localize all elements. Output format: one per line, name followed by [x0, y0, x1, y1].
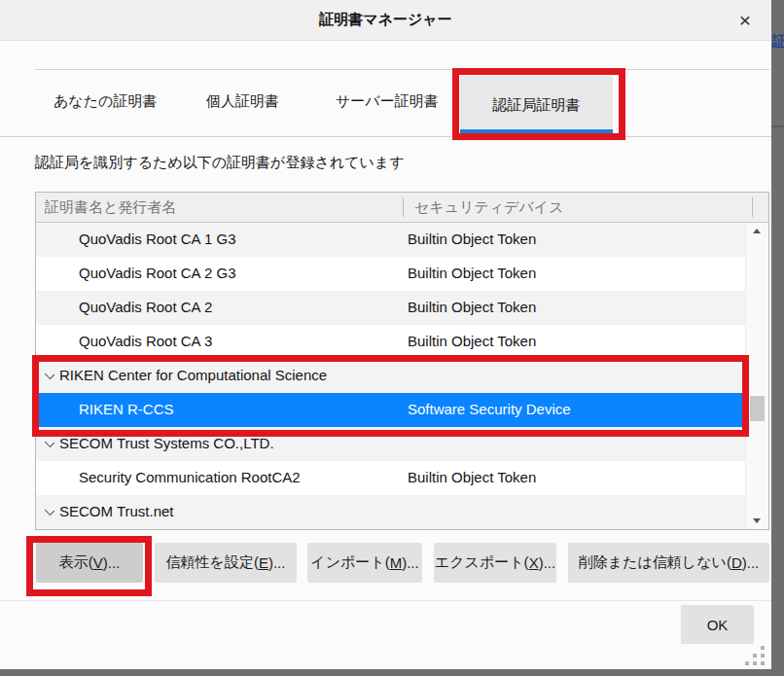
label-part: 削除または信頼しない( [579, 553, 731, 572]
certificate-name: RIKEN R-CCS [79, 401, 174, 417]
footer-divider [0, 600, 771, 601]
access-key: E [259, 554, 268, 571]
label-part: 表示( [59, 553, 93, 572]
tab-server-certificates[interactable]: サーバー証明書 [336, 92, 439, 111]
scroll-up-icon[interactable] [753, 229, 761, 233]
issuer-group-name: RIKEN Center for Computational Science [59, 367, 327, 383]
certificate-name: QuoVadis Root CA 2 G3 [79, 265, 235, 281]
certificate-table: 証明書名と発行者名 セキュリティデバイス QuoVadis Root CA 1 … [35, 192, 769, 530]
tabs-bottom-divider [0, 136, 771, 137]
label-part: )... [742, 554, 760, 571]
table-group-row[interactable]: SECOM Trust.net [36, 495, 768, 529]
vertical-scrollbar[interactable] [745, 223, 768, 529]
security-device: Builtin Object Token [408, 333, 536, 349]
table-row[interactable]: QuoVadis Root CA 2 Builtin Object Token [36, 291, 768, 325]
security-device: Builtin Object Token [408, 265, 536, 281]
label-part: 信頼性を設定( [166, 553, 259, 572]
edit-trust-button[interactable]: 信頼性を設定(E)... [155, 543, 297, 583]
chevron-down-icon[interactable] [45, 506, 54, 516]
label-part: )... [402, 554, 419, 571]
certificate-name: QuoVadis Root CA 1 G3 [79, 231, 235, 247]
label-part: )... [103, 554, 121, 571]
label-part: インポート( [310, 553, 389, 572]
table-header: 証明書名と発行者名 セキュリティデバイス [36, 193, 768, 223]
table-row[interactable]: QuoVadis Root CA 3 Builtin Object Token [36, 325, 768, 359]
certificate-name: Security Communication RootCA2 [79, 469, 301, 485]
close-icon[interactable]: × [732, 8, 758, 33]
resize-grip[interactable] [745, 646, 766, 665]
certificate-name: QuoVadis Root CA 3 [79, 333, 212, 349]
table-group-row[interactable]: SECOM Trust Systems CO.,LTD. [36, 427, 768, 461]
active-tab-underline [460, 129, 613, 134]
certificate-name: QuoVadis Root CA 2 [79, 299, 212, 315]
tab-your-certificates[interactable]: あなたの証明書 [53, 92, 157, 111]
label-part: エクスポート( [435, 553, 529, 572]
dialog-title: 証明書マネージャー [319, 11, 451, 29]
security-device: Builtin Object Token [408, 231, 536, 247]
import-button[interactable]: インポート(M)... [307, 543, 422, 583]
tabs-top-divider [35, 69, 769, 70]
table-group-row[interactable]: RIKEN Center for Computational Science [36, 359, 768, 393]
page-description: 認証局を識別するため以下の証明書が登録されています [35, 154, 405, 172]
access-key: X [529, 554, 539, 571]
background-page-fragment: 証 [772, 34, 784, 49]
access-key: M [390, 554, 403, 571]
scroll-down-icon[interactable] [753, 518, 761, 523]
column-header-name[interactable]: 証明書名と発行者名 [45, 198, 176, 217]
label-part: )... [539, 554, 556, 571]
certificate-manager-dialog: 証明書マネージャー × あなたの証明書 個人証明書 サーバー証明書 認証局証明書… [0, 0, 771, 669]
tab-people-certificates[interactable]: 個人証明書 [206, 92, 279, 111]
security-device: Builtin Object Token [408, 469, 536, 485]
column-divider[interactable] [752, 197, 753, 217]
issuer-group-name: SECOM Trust Systems CO.,LTD. [59, 435, 274, 451]
table-row[interactable]: QuoVadis Root CA 2 G3 Builtin Object Tok… [36, 257, 768, 291]
access-key: V [93, 554, 103, 571]
dialog-titlebar: 証明書マネージャー × [0, 0, 771, 41]
security-device: Builtin Object Token [408, 299, 536, 315]
tab-label: 認証局証明書 [493, 96, 581, 115]
label-part: )... [268, 554, 286, 571]
export-button[interactable]: エクスポート(X)... [434, 543, 556, 583]
delete-distrust-button[interactable]: 削除または信頼しない(D)... [568, 543, 769, 583]
table-row[interactable]: Security Communication RootCA2 Builtin O… [36, 461, 768, 495]
chevron-down-icon[interactable] [45, 438, 54, 447]
tab-authority-certificates[interactable]: 認証局証明書 [460, 76, 613, 134]
view-button[interactable]: 表示(V)... [36, 543, 143, 583]
issuer-group-name: SECOM Trust.net [59, 503, 174, 519]
scrollbar-thumb[interactable] [750, 396, 765, 421]
table-row-selected[interactable]: RIKEN R-CCS Software Security Device [36, 393, 768, 427]
security-device: Software Security Device [408, 401, 571, 417]
column-divider[interactable] [403, 197, 404, 217]
table-row[interactable]: QuoVadis Root CA 1 G3 Builtin Object Tok… [36, 223, 768, 257]
access-key: D [731, 554, 742, 571]
background-divider [771, 125, 784, 127]
ok-button[interactable]: OK [681, 605, 754, 644]
chevron-down-icon[interactable] [45, 370, 54, 379]
column-header-device[interactable]: セキュリティデバイス [414, 198, 564, 217]
